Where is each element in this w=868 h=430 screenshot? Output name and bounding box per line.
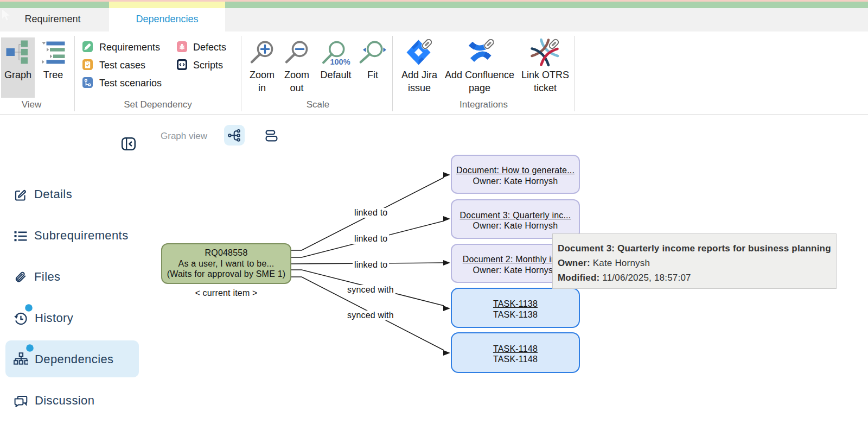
svg-text:100%: 100% xyxy=(330,58,350,66)
